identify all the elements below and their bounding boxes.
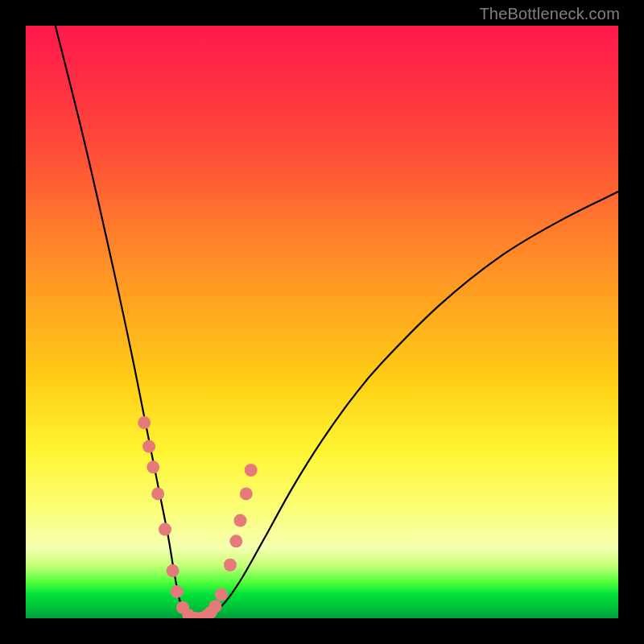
plot-area	[26, 26, 618, 618]
marker-dot	[215, 588, 228, 601]
marker-dot	[147, 460, 159, 473]
marker-dot	[159, 523, 171, 536]
marker-dot	[204, 606, 217, 618]
stage: TheBottleneck.com	[0, 0, 644, 644]
marker-dot	[233, 514, 246, 527]
marker-dot	[224, 559, 237, 572]
marker-dot	[209, 600, 222, 613]
marker-dots	[138, 416, 257, 618]
marker-dot	[200, 609, 213, 618]
marker-dot	[194, 612, 207, 618]
marker-dot	[151, 487, 164, 500]
marker-dot	[167, 564, 180, 577]
chart-svg	[26, 26, 618, 618]
marker-dot	[176, 601, 189, 614]
marker-dot	[182, 609, 195, 618]
marker-dot	[188, 612, 201, 618]
marker-dot	[171, 585, 184, 598]
marker-dot	[245, 464, 258, 477]
marker-dot	[240, 487, 253, 500]
marker-dot	[142, 440, 155, 453]
marker-dot	[138, 416, 151, 429]
watermark-text: TheBottleneck.com	[479, 5, 620, 23]
marker-dot	[229, 535, 242, 547]
curve-line	[56, 26, 618, 618]
